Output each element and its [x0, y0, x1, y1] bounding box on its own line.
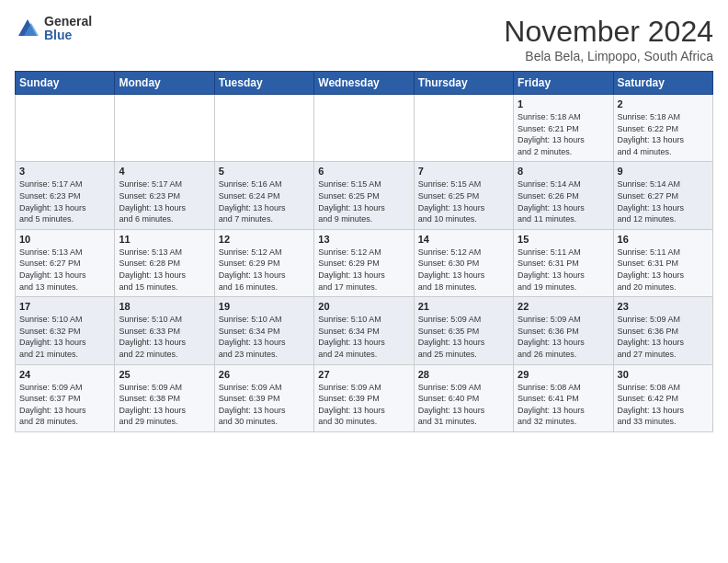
day-info: Sunrise: 5:09 AM Sunset: 6:35 PM Dayligh…: [418, 314, 509, 360]
day-info: Sunrise: 5:10 AM Sunset: 6:34 PM Dayligh…: [219, 314, 310, 360]
day-info: Sunrise: 5:09 AM Sunset: 6:40 PM Dayligh…: [418, 382, 509, 428]
calendar-cell: 15Sunrise: 5:11 AM Sunset: 6:31 PM Dayli…: [514, 229, 613, 296]
weekday-monday: Monday: [115, 72, 214, 95]
calendar-cell: 2Sunrise: 5:18 AM Sunset: 6:22 PM Daylig…: [613, 95, 712, 162]
logo: General Blue: [15, 15, 92, 43]
calendar-cell: 3Sunrise: 5:17 AM Sunset: 6:23 PM Daylig…: [16, 162, 115, 229]
day-info: Sunrise: 5:14 AM Sunset: 6:26 PM Dayligh…: [518, 178, 609, 224]
logo-text: General Blue: [44, 15, 92, 43]
calendar-cell: 28Sunrise: 5:09 AM Sunset: 6:40 PM Dayli…: [414, 364, 513, 431]
logo-blue: Blue: [44, 29, 92, 42]
day-number: 27: [318, 369, 409, 380]
day-number: 29: [518, 369, 609, 380]
day-info: Sunrise: 5:09 AM Sunset: 6:39 PM Dayligh…: [219, 382, 310, 428]
calendar-cell: 20Sunrise: 5:10 AM Sunset: 6:34 PM Dayli…: [314, 297, 414, 364]
page-header: General Blue November 2024 Bela Bela, Li…: [15, 15, 713, 63]
day-number: 26: [219, 369, 310, 380]
calendar-cell: [16, 95, 115, 162]
day-info: Sunrise: 5:17 AM Sunset: 6:23 PM Dayligh…: [119, 178, 210, 224]
calendar-cell: 27Sunrise: 5:09 AM Sunset: 6:39 PM Dayli…: [314, 364, 414, 431]
day-number: 23: [618, 301, 709, 312]
weekday-thursday: Thursday: [414, 72, 513, 95]
day-number: 18: [119, 301, 210, 312]
day-info: Sunrise: 5:09 AM Sunset: 6:36 PM Dayligh…: [618, 314, 709, 360]
day-info: Sunrise: 5:08 AM Sunset: 6:41 PM Dayligh…: [518, 382, 609, 428]
day-number: 12: [219, 234, 310, 245]
calendar-cell: 18Sunrise: 5:10 AM Sunset: 6:33 PM Dayli…: [115, 297, 214, 364]
calendar-cell: 11Sunrise: 5:13 AM Sunset: 6:28 PM Dayli…: [115, 229, 214, 296]
day-number: 14: [418, 234, 509, 245]
day-number: 11: [119, 234, 210, 245]
calendar-cell: 12Sunrise: 5:12 AM Sunset: 6:29 PM Dayli…: [214, 229, 313, 296]
day-number: 21: [418, 301, 509, 312]
calendar-cell: [314, 95, 414, 162]
day-info: Sunrise: 5:12 AM Sunset: 6:29 PM Dayligh…: [318, 247, 409, 293]
day-info: Sunrise: 5:09 AM Sunset: 6:39 PM Dayligh…: [318, 382, 409, 428]
day-number: 19: [219, 301, 310, 312]
day-number: 10: [19, 234, 110, 245]
day-number: 5: [219, 166, 310, 177]
day-number: 20: [318, 301, 409, 312]
calendar: SundayMondayTuesdayWednesdayThursdayFrid…: [15, 71, 713, 432]
day-info: Sunrise: 5:13 AM Sunset: 6:28 PM Dayligh…: [119, 247, 210, 293]
day-info: Sunrise: 5:10 AM Sunset: 6:34 PM Dayligh…: [318, 314, 409, 360]
week-row-3: 10Sunrise: 5:13 AM Sunset: 6:27 PM Dayli…: [16, 229, 713, 296]
month-title: November 2024: [504, 15, 713, 49]
weekday-friday: Friday: [514, 72, 613, 95]
calendar-cell: 6Sunrise: 5:15 AM Sunset: 6:25 PM Daylig…: [314, 162, 414, 229]
day-info: Sunrise: 5:09 AM Sunset: 6:38 PM Dayligh…: [119, 382, 210, 428]
weekday-header-row: SundayMondayTuesdayWednesdayThursdayFrid…: [16, 72, 713, 95]
calendar-cell: 22Sunrise: 5:09 AM Sunset: 6:36 PM Dayli…: [514, 297, 613, 364]
day-info: Sunrise: 5:18 AM Sunset: 6:21 PM Dayligh…: [518, 111, 609, 157]
day-info: Sunrise: 5:10 AM Sunset: 6:32 PM Dayligh…: [19, 314, 110, 360]
day-number: 25: [119, 369, 210, 380]
calendar-cell: 7Sunrise: 5:15 AM Sunset: 6:25 PM Daylig…: [414, 162, 513, 229]
calendar-cell: [115, 95, 214, 162]
day-number: 4: [119, 166, 210, 177]
calendar-cell: 24Sunrise: 5:09 AM Sunset: 6:37 PM Dayli…: [16, 364, 115, 431]
week-row-5: 24Sunrise: 5:09 AM Sunset: 6:37 PM Dayli…: [16, 364, 713, 431]
day-info: Sunrise: 5:13 AM Sunset: 6:27 PM Dayligh…: [19, 247, 110, 293]
day-number: 17: [19, 301, 110, 312]
day-info: Sunrise: 5:12 AM Sunset: 6:29 PM Dayligh…: [219, 247, 310, 293]
week-row-4: 17Sunrise: 5:10 AM Sunset: 6:32 PM Dayli…: [16, 297, 713, 364]
weekday-wednesday: Wednesday: [314, 72, 414, 95]
calendar-cell: 25Sunrise: 5:09 AM Sunset: 6:38 PM Dayli…: [115, 364, 214, 431]
weekday-sunday: Sunday: [16, 72, 115, 95]
day-info: Sunrise: 5:11 AM Sunset: 6:31 PM Dayligh…: [618, 247, 709, 293]
day-info: Sunrise: 5:16 AM Sunset: 6:24 PM Dayligh…: [219, 178, 310, 224]
day-number: 15: [518, 234, 609, 245]
calendar-cell: 16Sunrise: 5:11 AM Sunset: 6:31 PM Dayli…: [613, 229, 712, 296]
day-info: Sunrise: 5:15 AM Sunset: 6:25 PM Dayligh…: [318, 178, 409, 224]
calendar-cell: 4Sunrise: 5:17 AM Sunset: 6:23 PM Daylig…: [115, 162, 214, 229]
calendar-cell: 5Sunrise: 5:16 AM Sunset: 6:24 PM Daylig…: [214, 162, 313, 229]
day-info: Sunrise: 5:12 AM Sunset: 6:30 PM Dayligh…: [418, 247, 509, 293]
day-info: Sunrise: 5:10 AM Sunset: 6:33 PM Dayligh…: [119, 314, 210, 360]
day-number: 9: [618, 166, 709, 177]
day-number: 24: [19, 369, 110, 380]
day-number: 28: [418, 369, 509, 380]
calendar-cell: [214, 95, 313, 162]
logo-general: General: [44, 15, 92, 29]
day-info: Sunrise: 5:17 AM Sunset: 6:23 PM Dayligh…: [19, 178, 110, 224]
location: Bela Bela, Limpopo, South Africa: [504, 49, 713, 63]
day-info: Sunrise: 5:15 AM Sunset: 6:25 PM Dayligh…: [418, 178, 509, 224]
day-number: 7: [418, 166, 509, 177]
day-number: 8: [518, 166, 609, 177]
day-info: Sunrise: 5:14 AM Sunset: 6:27 PM Dayligh…: [618, 178, 709, 224]
calendar-cell: 21Sunrise: 5:09 AM Sunset: 6:35 PM Dayli…: [414, 297, 513, 364]
week-row-1: 1Sunrise: 5:18 AM Sunset: 6:21 PM Daylig…: [16, 95, 713, 162]
week-row-2: 3Sunrise: 5:17 AM Sunset: 6:23 PM Daylig…: [16, 162, 713, 229]
day-number: 13: [318, 234, 409, 245]
calendar-cell: 1Sunrise: 5:18 AM Sunset: 6:21 PM Daylig…: [514, 95, 613, 162]
calendar-cell: 19Sunrise: 5:10 AM Sunset: 6:34 PM Dayli…: [214, 297, 313, 364]
calendar-cell: 9Sunrise: 5:14 AM Sunset: 6:27 PM Daylig…: [613, 162, 712, 229]
day-number: 6: [318, 166, 409, 177]
calendar-cell: 26Sunrise: 5:09 AM Sunset: 6:39 PM Dayli…: [214, 364, 313, 431]
day-info: Sunrise: 5:09 AM Sunset: 6:36 PM Dayligh…: [518, 314, 609, 360]
calendar-cell: 30Sunrise: 5:08 AM Sunset: 6:42 PM Dayli…: [613, 364, 712, 431]
calendar-cell: 14Sunrise: 5:12 AM Sunset: 6:30 PM Dayli…: [414, 229, 513, 296]
day-number: 1: [518, 98, 609, 109]
title-block: November 2024 Bela Bela, Limpopo, South …: [504, 15, 713, 63]
logo-icon: [15, 16, 40, 41]
